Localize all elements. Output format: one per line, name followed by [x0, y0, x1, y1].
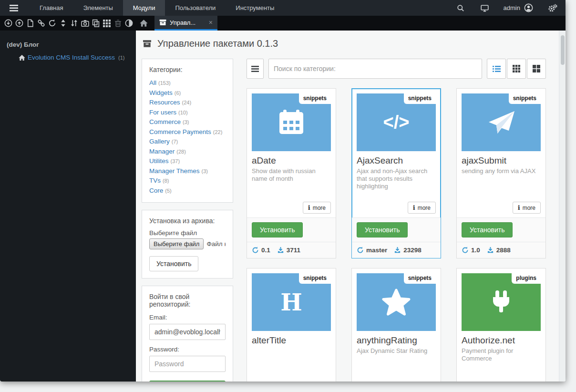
category-item: Manager Themes(3) — [149, 166, 226, 176]
search-input[interactable] — [268, 59, 482, 79]
tree-item-install-success[interactable]: Evolution CMS Install Success (1) — [18, 54, 136, 61]
package-banner: snippets — [462, 93, 541, 151]
category-link[interactable]: Commerce — [149, 118, 181, 125]
archive-install-button[interactable]: Установить — [149, 256, 198, 271]
category-link[interactable]: TVs — [149, 177, 161, 184]
search-button[interactable] — [449, 0, 473, 16]
package-banner: plugins — [462, 273, 541, 331]
category-item: Utilites(37) — [149, 156, 226, 166]
menu-toggle-button[interactable] — [0, 0, 30, 16]
category-link[interactable]: All — [149, 79, 156, 86]
install-button[interactable]: Установить — [357, 222, 408, 237]
more-button[interactable]: imore — [303, 202, 331, 214]
email-field[interactable] — [149, 324, 226, 340]
nav-item-elements[interactable]: Элементы — [73, 0, 123, 16]
contrast-icon[interactable] — [124, 19, 133, 28]
camera-icon[interactable] — [81, 19, 89, 28]
category-item: For users(10) — [149, 108, 226, 118]
category-link[interactable]: Utilites — [149, 157, 169, 165]
calendar-icon — [277, 109, 306, 136]
category-menu-button[interactable] — [247, 59, 264, 79]
install-button[interactable]: Установить — [462, 222, 513, 237]
archive-box-icon — [159, 19, 166, 26]
package-card-authorizenet[interactable]: plugins Authorize.net Payment plugin for… — [456, 268, 546, 382]
home-icon — [18, 54, 26, 61]
category-link[interactable]: Manager — [149, 148, 175, 155]
package-card-ajaxsubmit[interactable]: snippets ajaxSubmit sending any form via… — [456, 88, 546, 258]
category-item: Gallery(7) — [149, 137, 226, 147]
package-title: alterTitle — [252, 335, 331, 346]
page-title-text: Управление пакетами 0.1.3 — [157, 38, 278, 49]
package-version: 1.0 — [471, 247, 480, 254]
package-description: Payment plugin for Commerce — [462, 347, 541, 362]
category-count: (3) — [183, 119, 189, 125]
view-list-button[interactable] — [487, 59, 506, 79]
site-name: (dev) Блог — [0, 31, 136, 48]
categories-heading: Категории: — [149, 66, 226, 73]
nav-item-tools[interactable]: Инструменты — [226, 0, 284, 16]
categories-panel: Категории: All(153) Widgets(6) Resources… — [142, 59, 233, 203]
package-category-badge: snippets — [299, 93, 331, 104]
sort-icon[interactable] — [70, 19, 78, 28]
category-link[interactable]: Commerce Payments — [149, 128, 211, 135]
duplicate-icon[interactable] — [92, 19, 100, 28]
refresh-icon[interactable] — [48, 19, 56, 28]
more-button[interactable]: imore — [513, 202, 541, 214]
scrollbar-thumb[interactable] — [561, 35, 565, 65]
category-item: Commerce(3) — [149, 117, 226, 127]
desktop-icon — [481, 4, 489, 12]
grid-small-icon — [513, 65, 520, 72]
category-item: Core(5) — [149, 186, 226, 196]
category-count: (22) — [213, 129, 223, 135]
package-card-altertitle[interactable]: snippets H alterTitle imore Установить — [247, 268, 336, 382]
home-tab-button[interactable] — [139, 16, 148, 31]
password-field[interactable] — [149, 356, 226, 372]
page-title: Управление пакетами 0.1.3 — [136, 31, 566, 49]
tab-close-icon[interactable]: × — [209, 19, 213, 26]
trash-icon[interactable] — [113, 19, 122, 28]
package-description: Show date with russian name of month — [252, 167, 331, 183]
nav-item-home[interactable]: Главная — [30, 0, 73, 16]
upload-circle-icon[interactable] — [15, 19, 23, 28]
download-circle-icon[interactable] — [4, 19, 12, 28]
category-link[interactable]: Core — [149, 187, 163, 194]
package-title: aDate — [252, 155, 331, 166]
choose-file-button[interactable]: Выберите файл — [149, 238, 204, 249]
email-label: Email: — [149, 314, 226, 321]
content-scrollbar[interactable] — [559, 31, 566, 382]
category-count: (6) — [175, 90, 181, 96]
package-version: 0.1 — [261, 247, 270, 254]
grid-icon[interactable] — [103, 19, 111, 28]
category-link[interactable]: Gallery — [149, 138, 170, 145]
info-icon: i — [308, 204, 310, 211]
category-count: (24) — [182, 100, 192, 105]
file-status-text: Файл не выбран — [206, 240, 226, 248]
package-description: Ajax and non-Ajax search that supports r… — [357, 167, 436, 190]
expand-vertical-icon[interactable] — [59, 19, 67, 28]
package-downloads: 2888 — [496, 247, 511, 254]
nav-item-modules[interactable]: Модули — [123, 0, 165, 16]
nav-item-users[interactable]: Пользователи — [165, 0, 226, 16]
grid-large-icon — [533, 65, 540, 72]
category-link[interactable]: Resources — [149, 99, 180, 106]
settings-button[interactable] — [540, 0, 566, 16]
install-button[interactable]: Установить — [252, 222, 303, 237]
category-link[interactable]: Widgets — [149, 89, 173, 96]
view-grid-large-button[interactable] — [527, 59, 546, 79]
view-grid-small-button[interactable] — [507, 59, 526, 79]
package-card-adate[interactable]: snippets aDate Show date with russian na… — [247, 88, 336, 258]
tab-package-manager[interactable]: Управл... × — [154, 16, 217, 31]
top-navbar: Главная Элементы Модули Пользователи Инс… — [0, 0, 566, 16]
new-document-icon[interactable] — [26, 19, 34, 28]
preview-site-button[interactable] — [473, 0, 497, 16]
category-link[interactable]: For users — [149, 109, 176, 116]
user-menu[interactable]: admin — [497, 3, 540, 12]
archive-heading: Установка из архива: — [149, 217, 226, 225]
login-button[interactable]: Войти — [149, 381, 226, 382]
link-icon[interactable] — [37, 19, 45, 28]
package-card-ajaxsearch[interactable]: snippets </> AjaxSearch Ajax and non-Aja… — [351, 88, 441, 258]
more-button[interactable]: imore — [408, 202, 436, 214]
info-icon: i — [518, 204, 520, 211]
category-link[interactable]: Manager Themes — [149, 167, 200, 175]
package-card-anythingrating[interactable]: snippets anythingRating Ajax Dynamic Sta… — [351, 268, 441, 382]
